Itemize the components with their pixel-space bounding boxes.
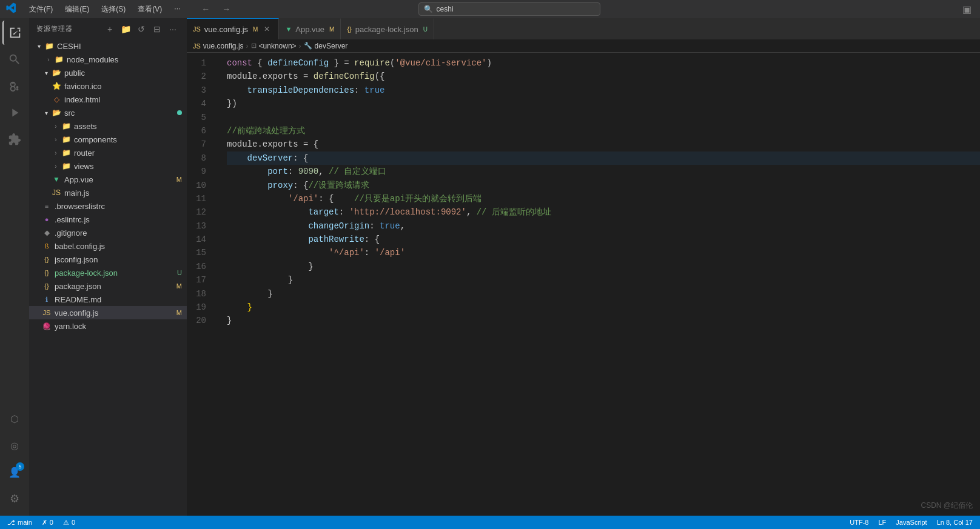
layout-icon[interactable]: ▣ <box>959 2 974 16</box>
status-cursor[interactable]: Ln 8, Col 17 <box>935 519 975 526</box>
tab-vue-config[interactable]: JS vue.config.js M ✕ <box>187 18 279 39</box>
status-warnings[interactable]: ⚠ 0 <box>61 519 78 527</box>
file-json-icon3: {} <box>41 281 52 291</box>
file-vue-icon: ▼ <box>51 174 62 185</box>
tree-readme[interactable]: ℹ README.md <box>29 293 187 306</box>
activity-run-debug[interactable] <box>2 101 27 125</box>
chevron-down-icon: ▾ <box>41 68 51 78</box>
tree-vue-config[interactable]: JS vue.config.js M <box>29 306 187 319</box>
new-folder-button[interactable]: 📁 <box>119 22 132 36</box>
chevron-down-icon: ▾ <box>34 41 44 51</box>
activity-remote[interactable]: ⬡ <box>2 407 27 431</box>
tree-assets[interactable]: › 📁 assets <box>29 119 187 133</box>
tree-index-html[interactable]: ◇ index.html <box>29 93 187 106</box>
activity-settings[interactable]: ⚙ <box>2 487 27 511</box>
modified-badge2: M <box>174 282 182 290</box>
code-line-13: changeOrigin: true, <box>227 219 980 233</box>
tab-label: vue.config.js <box>204 25 248 34</box>
menu-edit[interactable]: 编辑(E) <box>60 3 94 16</box>
refresh-button[interactable]: ↺ <box>135 22 148 36</box>
tree-root-ceshi[interactable]: ▾ 📁 CESHI <box>29 39 187 53</box>
code-line-6: //前端跨域处理方式 <box>227 124 980 138</box>
status-errors[interactable]: ✗ 0 <box>39 519 56 527</box>
window-controls: ▣ <box>959 2 974 16</box>
breadcrumb-devserver[interactable]: devServer <box>315 42 348 50</box>
tree-item-label: babel.config.js <box>55 242 182 251</box>
breadcrumb-unknown[interactable]: <unknown> <box>259 42 297 50</box>
search-bar[interactable]: 🔍 <box>418 2 600 16</box>
activity-extensions[interactable] <box>2 127 27 151</box>
tree-eslintrc[interactable]: ● .eslintrc.js <box>29 213 187 226</box>
code-line-14: pathRewrite: { <box>227 233 980 246</box>
activity-explorer[interactable] <box>2 21 27 45</box>
status-eol[interactable]: LF <box>876 519 888 526</box>
folder-closed-icon: 📁 <box>53 54 64 65</box>
tree-gitignore[interactable]: ◆ .gitignore <box>29 226 187 239</box>
tree-browserslistrc[interactable]: ≡ .browserslistrc <box>29 199 187 213</box>
search-input[interactable] <box>437 5 595 13</box>
tree-item-label: CESHI <box>57 42 182 51</box>
menu-view[interactable]: 查看(V) <box>133 3 167 16</box>
tree-yarn-lock[interactable]: 🧶 yarn.lock <box>29 319 187 333</box>
collapse-all-button[interactable]: ⊟ <box>150 22 164 36</box>
tree-favicon[interactable]: ⭐ favicon.ico <box>29 79 187 93</box>
tree-item-label: components <box>74 135 182 144</box>
tree-views[interactable]: › 📁 views <box>29 159 187 173</box>
more-actions-button[interactable]: ··· <box>166 22 180 36</box>
tab-close-button[interactable]: ✕ <box>261 24 272 35</box>
code-line-11: '/api': { //只要是api开头的就会转到后端 <box>227 192 980 205</box>
sidebar-title: 资源管理器 <box>36 24 73 33</box>
tree-item-label: package.json <box>55 282 174 291</box>
tree-router[interactable]: › 📁 router <box>29 146 187 159</box>
tree-babel-config[interactable]: ß babel.config.js <box>29 239 187 253</box>
tree-item-label: .gitignore <box>55 228 182 238</box>
tree-node-modules[interactable]: › 📁 node_modules <box>29 53 187 66</box>
activity-ai[interactable]: ◎ <box>2 433 27 457</box>
menu-more[interactable]: ··· <box>169 3 185 16</box>
tree-components[interactable]: › 📁 components <box>29 133 187 146</box>
activity-bar-bottom: ⬡ ◎ 👤 5 ⚙ <box>2 407 27 516</box>
activity-source-control[interactable] <box>2 74 27 98</box>
status-branch-name: main <box>18 519 32 526</box>
activity-search[interactable] <box>2 47 27 72</box>
file-md-icon: ℹ <box>41 294 52 305</box>
file-ico-icon: ⭐ <box>51 81 62 91</box>
tree-main-js[interactable]: JS main.js <box>29 186 187 199</box>
code-line-7: module.exports = { <box>227 138 980 151</box>
tree-item-label: src <box>64 108 177 118</box>
tree-package-lock[interactable]: {} package-lock.json U <box>29 266 187 279</box>
sidebar: 资源管理器 + 📁 ↺ ⊟ ··· ▾ 📁 CESHI › 📁 <box>29 18 187 516</box>
error-icon: ✗ <box>42 519 47 527</box>
tree-item-label: public <box>64 68 182 78</box>
status-encoding[interactable]: UTF-8 <box>847 519 871 526</box>
folder-assets-icon: 📁 <box>61 121 72 131</box>
tree-src[interactable]: ▾ 📂 src <box>29 106 187 119</box>
tree-package-json[interactable]: {} package.json M <box>29 279 187 293</box>
code-editor[interactable]: 1 2 3 4 5 6 7 8 9 10 11 12 13 14 15 16 1… <box>187 53 980 516</box>
activity-bar: ⬡ ◎ 👤 5 ⚙ <box>0 18 29 516</box>
code-content[interactable]: const { defineConfig } = require('@vue/c… <box>217 53 980 516</box>
tree-item-label: README.md <box>55 295 182 304</box>
back-button[interactable]: ← <box>197 2 214 16</box>
file-html-icon: ◇ <box>51 94 62 105</box>
status-language[interactable]: JavaScript <box>893 519 929 526</box>
breadcrumb-file[interactable]: vue.config.js <box>203 42 244 50</box>
menu-file[interactable]: 文件(F) <box>24 3 58 16</box>
code-line-3: transpileDependencies: true <box>227 84 980 97</box>
tab-package-lock[interactable]: {} package-lock.json U <box>341 18 434 39</box>
tree-public[interactable]: ▾ 📂 public <box>29 66 187 79</box>
vscode-logo <box>6 2 17 16</box>
tree-jsconfig[interactable]: {} jsconfig.json <box>29 253 187 266</box>
file-txt-icon: ≡ <box>41 201 52 211</box>
forward-button[interactable]: → <box>218 2 235 16</box>
file-git-icon: ◆ <box>41 227 52 238</box>
file-eslint-icon: ● <box>41 214 52 225</box>
new-file-button[interactable]: + <box>103 22 116 36</box>
chevron-down-icon: ▾ <box>41 108 51 118</box>
menu-select[interactable]: 选择(S) <box>96 3 130 16</box>
activity-account[interactable]: 👤 5 <box>2 460 27 484</box>
tree-app-vue[interactable]: ▼ App.vue M <box>29 173 187 186</box>
status-branch[interactable]: ⎇ main <box>5 519 35 527</box>
tab-app-vue[interactable]: ▼ App.vue M <box>279 18 341 39</box>
code-line-12: target: 'http://localhost:9092', // 后端监听… <box>227 205 980 219</box>
